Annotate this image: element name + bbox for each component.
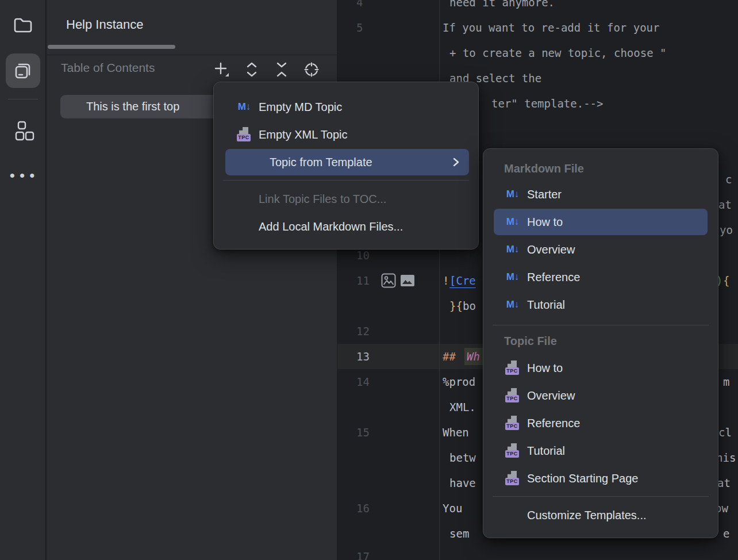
menu-item-label: Topic from Template bbox=[236, 156, 372, 169]
gutter-line-number: 15 bbox=[356, 426, 370, 439]
menu-item-topic-from-template[interactable]: Topic from Template bbox=[225, 149, 469, 175]
editor-text-fragment[interactable]: %prod bbox=[443, 375, 475, 388]
collapse-all-icon bbox=[274, 62, 289, 78]
tpc-file-icon: TPC bbox=[504, 360, 521, 375]
menu-item-label: How to bbox=[527, 216, 563, 229]
tpc-file-icon: TPC bbox=[504, 471, 521, 486]
submenu-item-tutorial-tpc[interactable]: TPC Tutorial bbox=[483, 438, 718, 464]
editor-text-fragment[interactable]: If you want to re-add it for your bbox=[443, 21, 660, 34]
new-topic-menu: M↓ Empty MD Topic TPC Empty XML Topic To… bbox=[213, 82, 479, 250]
editor-text-fragment[interactable]: yo bbox=[720, 224, 733, 236]
menu-separator bbox=[493, 496, 709, 497]
editor-text-fragment[interactable]: You bbox=[443, 502, 462, 515]
editor-text-fragment[interactable]: cl bbox=[718, 426, 732, 439]
menu-item-label: Empty MD Topic bbox=[259, 101, 342, 114]
image-preview-filled-icon[interactable] bbox=[400, 273, 415, 288]
menu-item-label: Starter bbox=[527, 188, 562, 201]
menu-separator bbox=[493, 325, 709, 325]
gutter-line-number: 10 bbox=[356, 249, 370, 262]
add-topic-button[interactable] bbox=[212, 60, 232, 79]
editor-text-fragment[interactable]: ! bbox=[443, 274, 449, 287]
submenu-chevron-icon bbox=[452, 156, 460, 168]
submenu-item-how-to-md[interactable]: M↓ How to bbox=[494, 209, 708, 235]
submenu-item-overview-md[interactable]: M↓ Overview bbox=[483, 236, 718, 263]
editor-text-fragment[interactable]: + to create a new topic, choose " bbox=[449, 47, 667, 59]
editor-text-fragment[interactable]: bo bbox=[463, 300, 476, 312]
menu-item-empty-xml-topic[interactable]: TPC Empty XML Topic bbox=[214, 121, 478, 148]
locate-open-file-button[interactable] bbox=[302, 60, 321, 79]
menu-item-empty-md-topic[interactable]: M↓ Empty MD Topic bbox=[214, 94, 478, 120]
markdown-file-icon: M↓ bbox=[504, 216, 521, 228]
menu-item-label: Reference bbox=[527, 271, 580, 284]
submenu-section-header: Markdown File bbox=[504, 162, 584, 175]
tab-active-indicator bbox=[48, 45, 175, 49]
submenu-item-customize-templates[interactable]: Customize Templates... bbox=[483, 502, 718, 528]
editor-text-fragment[interactable]: at bbox=[717, 477, 731, 489]
submenu-item-reference-tpc[interactable]: TPC Reference bbox=[483, 410, 718, 436]
submenu-item-how-to-tpc[interactable]: TPC How to bbox=[483, 355, 718, 381]
menu-item-label: Empty XML Topic bbox=[259, 128, 348, 141]
menu-item-label: Tutorial bbox=[527, 298, 565, 312]
markdown-file-icon: M↓ bbox=[504, 271, 521, 283]
sidebar-item-more[interactable]: • • • bbox=[6, 158, 40, 193]
collapse-all-button[interactable] bbox=[272, 60, 291, 79]
image-preview-outline-icon[interactable] bbox=[381, 273, 396, 288]
menu-item-label: Add Local Markdown Files... bbox=[236, 220, 403, 233]
editor-text-fragment[interactable]: betw bbox=[449, 451, 476, 464]
submenu-item-section-starting-page[interactable]: TPC Section Starting Page bbox=[483, 465, 718, 492]
sidebar-item-structure[interactable] bbox=[6, 114, 40, 148]
tpc-file-icon: TPC bbox=[504, 416, 521, 431]
menu-item-link-topic-files: Link Topic Files to TOC... bbox=[214, 186, 478, 212]
gutter-line-number: 17 bbox=[356, 550, 370, 560]
tpc-file-icon: TPC bbox=[504, 388, 521, 403]
gutter-line-number: 13 bbox=[356, 350, 370, 363]
more-dots-icon: • • • bbox=[10, 172, 37, 178]
editor-text-fragment[interactable]: ter" template.--> bbox=[491, 97, 603, 110]
tab-help-instance[interactable]: Help Instance bbox=[66, 17, 144, 32]
gutter-line-number: 11 bbox=[356, 274, 370, 287]
menu-item-label: Section Starting Page bbox=[527, 472, 638, 485]
markdown-file-icon: M↓ bbox=[236, 101, 253, 113]
expand-all-icon bbox=[244, 62, 259, 78]
editor-text-fragment[interactable]: c bbox=[725, 173, 732, 186]
topic-template-submenu: Markdown File M↓ Starter M↓ How to M↓ Ov… bbox=[483, 148, 718, 538]
instances-icon bbox=[11, 59, 34, 82]
submenu-item-overview-tpc[interactable]: TPC Overview bbox=[483, 382, 718, 409]
submenu-item-starter[interactable]: M↓ Starter bbox=[483, 181, 718, 208]
menu-item-label: Link Topic Files to TOC... bbox=[236, 193, 386, 206]
editor-text-fragment[interactable]: need it anymore. bbox=[449, 0, 555, 9]
editor-text-fragment[interactable]: { bbox=[723, 274, 729, 287]
menu-item-label: How to bbox=[527, 362, 563, 375]
editor-text-fragment[interactable]: his bbox=[716, 451, 736, 464]
markdown-file-icon: M↓ bbox=[504, 299, 521, 310]
tpc-file-icon: TPC bbox=[504, 443, 521, 458]
submenu-item-tutorial-md[interactable]: M↓ Tutorial bbox=[483, 291, 718, 318]
editor-text-fragment[interactable]: have bbox=[449, 477, 476, 489]
menu-item-add-local-markdown[interactable]: Add Local Markdown Files... bbox=[214, 213, 478, 240]
editor-text-fragment[interactable]: e bbox=[723, 527, 729, 540]
expand-all-button[interactable] bbox=[242, 60, 262, 79]
editor-text-fragment[interactable]: sem bbox=[449, 527, 469, 540]
toc-item-label: This is the first top bbox=[86, 100, 179, 113]
menu-item-label: Reference bbox=[527, 417, 580, 430]
submenu-item-reference-md[interactable]: M↓ Reference bbox=[483, 264, 718, 290]
editor-text-fragment[interactable]: at bbox=[718, 198, 732, 211]
locate-crosshair-icon bbox=[303, 62, 320, 78]
toc-item-first-topic[interactable]: This is the first top bbox=[60, 95, 233, 118]
gutter-line-number: 5 bbox=[356, 21, 363, 34]
gutter-line-number: 14 bbox=[356, 375, 370, 388]
activity-bar-divider bbox=[8, 99, 38, 99]
menu-item-label: Customize Templates... bbox=[504, 509, 647, 522]
editor-text-fragment[interactable]: ## bbox=[443, 350, 456, 363]
editor-text-fragment[interactable]: }{ bbox=[449, 300, 463, 312]
sidebar-item-instances[interactable] bbox=[6, 53, 40, 88]
editor-text-fragment[interactable]: XML. bbox=[449, 401, 476, 413]
submenu-section-header: Topic File bbox=[504, 335, 557, 348]
editor-text-fragment[interactable]: When bbox=[443, 426, 469, 439]
sidebar-item-project[interactable] bbox=[6, 8, 40, 43]
editor-text-fragment[interactable]: m bbox=[723, 375, 729, 388]
editor-text-fragment[interactable]: [Cre bbox=[449, 274, 476, 287]
markdown-file-icon: M↓ bbox=[504, 244, 521, 255]
panel-tab-row: Help Instance bbox=[47, 0, 337, 55]
menu-item-label: Overview bbox=[527, 389, 575, 402]
